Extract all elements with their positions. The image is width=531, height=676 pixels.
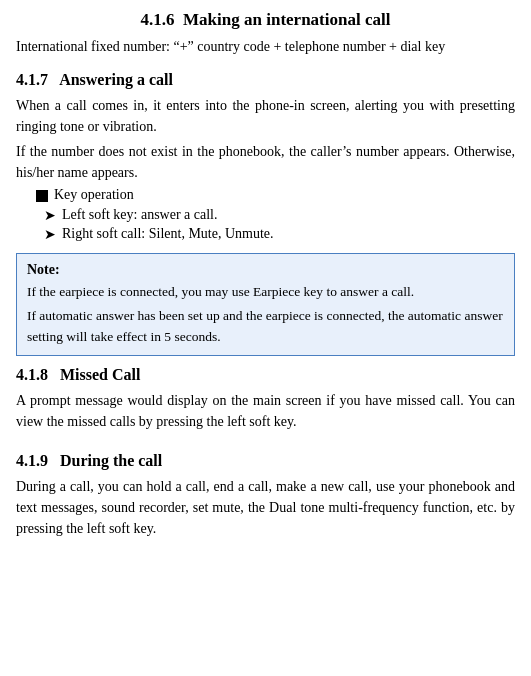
soft-key-item-2: ➤ Right soft call: Silent, Mute, Unmute. — [44, 226, 515, 243]
section-416-number: 4.1.6 — [141, 10, 175, 29]
section-419-number: 4.1.9 — [16, 452, 48, 469]
section-417-body2: If the number does not exist in the phon… — [16, 141, 515, 183]
note-line2: If automatic answer has been set up and … — [27, 306, 504, 347]
section-418-body: A prompt message would display on the ma… — [16, 390, 515, 432]
section-416-heading: Making an international call — [183, 10, 390, 29]
section-419-body: During a call, you can hold a call, end … — [16, 476, 515, 539]
section-419: 4.1.9 During the call During a call, you… — [16, 452, 515, 539]
bullet-square-icon — [36, 190, 48, 202]
key-operation-label: Key operation — [54, 187, 134, 203]
key-operation-item: Key operation — [36, 187, 515, 203]
section-417-body1: When a call comes in, it enters into the… — [16, 95, 515, 137]
section-419-heading: During the call — [60, 452, 162, 469]
section-417-title: 4.1.7 Answering a call — [16, 71, 515, 89]
arrow-icon-1: ➤ — [44, 207, 56, 224]
section-417-number: 4.1.7 — [16, 71, 48, 88]
soft-key-list: ➤ Left soft key: answer a call. ➤ Right … — [16, 207, 515, 243]
section-418-heading: Missed Call — [60, 366, 140, 383]
section-417-heading: Answering a call — [59, 71, 173, 88]
section-419-title: 4.1.9 During the call — [16, 452, 515, 470]
note-line1: If the earpiece is connected, you may us… — [27, 282, 504, 302]
note-box: Note: If the earpiece is connected, you … — [16, 253, 515, 356]
key-operation-list: Key operation — [36, 187, 515, 203]
section-418: 4.1.8 Missed Call A prompt message would… — [16, 366, 515, 432]
note-title: Note: — [27, 262, 504, 278]
soft-key-label-1: Left soft key: answer a call. — [62, 207, 218, 223]
section-418-title: 4.1.8 Missed Call — [16, 366, 515, 384]
section-416-body: International fixed number: “+” country … — [16, 36, 515, 57]
section-418-number: 4.1.8 — [16, 366, 48, 383]
arrow-icon-2: ➤ — [44, 226, 56, 243]
soft-key-label-2: Right soft call: Silent, Mute, Unmute. — [62, 226, 274, 242]
section-416-title: 4.1.6 Making an international call — [16, 10, 515, 30]
section-416: 4.1.6 Making an international call Inter… — [16, 10, 515, 57]
soft-key-item-1: ➤ Left soft key: answer a call. — [44, 207, 515, 224]
section-417: 4.1.7 Answering a call When a call comes… — [16, 71, 515, 243]
